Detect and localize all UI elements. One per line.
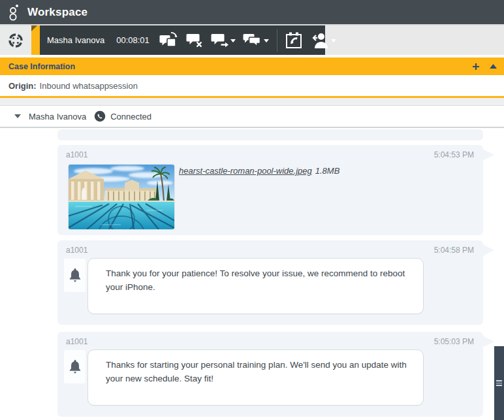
section-gap xyxy=(0,98,504,105)
case-information-title: Case Information xyxy=(8,62,467,71)
toolbar-party-name: Masha Ivanova xyxy=(47,35,104,45)
workspace-logo-icon xyxy=(8,3,22,21)
attachment-line: hearst-castle-roman-pool-wide.jpeg1.8MB xyxy=(179,166,339,176)
attachment-link[interactable]: hearst-castle-roman-pool-wide.jpeg xyxy=(179,166,312,176)
message-tail xyxy=(482,149,494,161)
app-header: Workspace xyxy=(0,0,504,24)
message-block-partial xyxy=(57,129,483,140)
tab-fold xyxy=(31,25,37,31)
party-name: Masha Ivanova xyxy=(29,112,86,121)
origin-value: Inbound whatsappsession xyxy=(40,81,138,91)
chat-transcript: a1001 5:04:53 PM xyxy=(0,128,504,420)
party-status: Connected xyxy=(110,112,151,121)
add-case-data-button[interactable] xyxy=(467,57,484,75)
case-information-header: Case Information xyxy=(0,57,504,75)
double-chat-bubbles-icon xyxy=(242,32,262,49)
attachment-thumbnail[interactable] xyxy=(69,165,174,229)
whatsapp-status-icon xyxy=(94,110,106,122)
message-sender: a1001 xyxy=(66,246,87,255)
agent-avatar xyxy=(64,259,86,292)
bell-icon xyxy=(69,360,82,374)
chat-bubbles-arrow-icon xyxy=(159,31,179,50)
bell-icon xyxy=(69,268,82,283)
message-timestamp: 5:04:58 PM xyxy=(434,246,474,255)
dropdown-caret-icon xyxy=(331,39,336,42)
message-timestamp: 5:04:53 PM xyxy=(434,150,474,159)
message-bubble: Thank you for your patience! To resolve … xyxy=(87,258,424,314)
pool-photo xyxy=(69,165,174,229)
message-timestamp: 5:05:03 PM xyxy=(434,337,474,346)
plus-icon xyxy=(472,63,480,71)
add-contact-icon xyxy=(309,31,329,49)
message-text: Thank you for your patience! To resolve … xyxy=(106,267,407,295)
dropdown-caret-icon xyxy=(230,39,236,42)
interaction-timer: 00:08:01 xyxy=(116,35,150,45)
chat-bubble-x-icon xyxy=(185,32,204,49)
origin-label: Origin: xyxy=(8,81,37,91)
end-chat-button[interactable] xyxy=(182,29,207,52)
workspace-app: Workspace Masha Ivanova 00:08:01 xyxy=(0,0,504,420)
calendar-phone-icon xyxy=(285,31,303,49)
message-tail xyxy=(482,336,494,347)
collapse-party-caret-icon[interactable] xyxy=(14,114,21,118)
message-tail xyxy=(482,244,494,256)
agent-avatar xyxy=(64,350,86,383)
transfer-chat-button[interactable] xyxy=(207,29,239,52)
message-head: a1001 5:04:53 PM xyxy=(57,145,483,159)
app-title: Workspace xyxy=(27,6,87,19)
attachment-size: 1.8MB xyxy=(315,166,340,176)
message-bubble: Thanks for starting your personal traini… xyxy=(87,349,424,406)
grip-icon xyxy=(496,380,502,386)
toolbar-separator xyxy=(277,29,277,52)
status-ring-icon xyxy=(8,33,24,48)
collapse-case-info-button[interactable] xyxy=(484,57,501,75)
interaction-toolbar: Masha Ivanova 00:08:01 xyxy=(31,25,325,55)
case-tab-marker xyxy=(31,25,40,55)
message-sender: a1001 xyxy=(66,150,87,159)
message-head: a1001 5:04:58 PM xyxy=(57,240,483,255)
message-text: Thanks for starting your personal traini… xyxy=(106,359,407,386)
message-sender: a1001 xyxy=(66,337,87,346)
message-head: a1001 5:05:03 PM xyxy=(57,332,483,346)
origin-row: Origin: Inbound whatsappsession xyxy=(0,75,504,98)
dropdown-caret-icon xyxy=(264,39,269,42)
instant-message-button[interactable] xyxy=(239,29,272,52)
side-panel-handle[interactable] xyxy=(494,346,504,420)
schedule-callback-button[interactable] xyxy=(282,29,306,52)
party-action-button[interactable] xyxy=(306,29,339,52)
consult-chat-button[interactable] xyxy=(156,29,182,52)
message-block: a1001 5:05:03 PM Thanks for starting you… xyxy=(57,332,483,417)
party-status-row: Masha Ivanova Connected xyxy=(0,105,504,128)
message-block: a1001 5:04:58 PM Thank you for your pati… xyxy=(57,240,483,325)
chevron-up-icon xyxy=(490,64,497,69)
message-block: a1001 5:04:53 PM xyxy=(57,145,483,235)
chat-bubble-arrow-icon xyxy=(210,32,228,49)
global-status-button[interactable] xyxy=(0,25,31,55)
interaction-toolbar-row: Masha Ivanova 00:08:01 xyxy=(0,24,504,55)
